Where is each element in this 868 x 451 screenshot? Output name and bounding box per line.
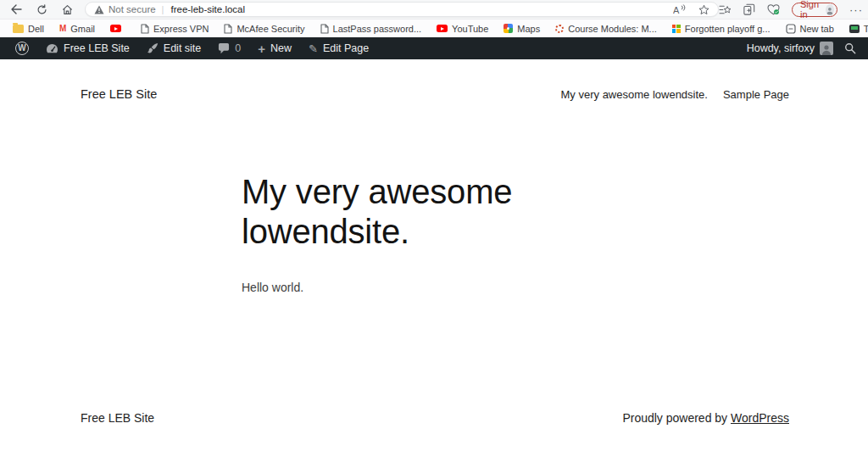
bookmark-course-modules[interactable]: Course Modules: M... <box>549 22 663 36</box>
gmail-icon: M <box>59 25 66 33</box>
howdy-text: Howdy, sirfoxy <box>747 42 815 54</box>
adminbar-edit-site[interactable]: Edit site <box>138 37 209 59</box>
adminbar-edit-page[interactable]: ✎ Edit Page <box>300 37 377 59</box>
page-icon <box>141 24 149 34</box>
comment-bubble-icon <box>218 43 230 54</box>
bookmark-dell[interactable]: Dell <box>7 22 50 36</box>
site-page: Free LEB Site My very awesome lowendsite… <box>0 59 868 451</box>
address-divider: | <box>162 4 164 14</box>
profile-avatar-icon <box>826 4 834 15</box>
browser-nav-buttons <box>10 4 73 15</box>
nav-item-sample-page[interactable]: Sample Page <box>723 88 789 101</box>
svg-text:A: A <box>673 5 680 14</box>
adminbar-new[interactable]: + New <box>249 37 300 59</box>
collections-icon[interactable] <box>743 3 755 15</box>
new-tab-icon <box>786 24 796 34</box>
bookmark-youtube-iconly[interactable] <box>104 23 131 34</box>
nav-item-lowendsite[interactable]: My very awesome lowendsite. <box>561 88 708 101</box>
favorite-star-icon[interactable] <box>698 4 709 15</box>
microsoft-icon <box>672 25 681 33</box>
post-title: My very awesome lowendsite. <box>242 172 538 252</box>
bookmarks-bar: Dell M Gmail Express VPN McAfee Security… <box>0 19 868 37</box>
comments-count: 0 <box>235 42 241 54</box>
back-icon[interactable] <box>10 4 22 14</box>
search-icon <box>844 42 856 54</box>
plus-icon: + <box>258 42 265 55</box>
bookmark-gmail[interactable]: M Gmail <box>53 22 101 36</box>
user-avatar-icon <box>820 42 833 55</box>
bookmark-downfall[interactable]: The Downfall of the... <box>843 22 868 36</box>
page-icon <box>320 24 329 34</box>
footer-site-title[interactable]: Free LEB Site <box>81 411 154 425</box>
adminbar-comments[interactable]: 0 <box>209 37 249 59</box>
browser-essentials-icon[interactable] <box>767 4 780 15</box>
home-icon[interactable] <box>62 4 73 15</box>
folder-icon <box>13 25 24 33</box>
settings-more-icon[interactable]: ··· <box>849 3 863 16</box>
bookmark-mcafee[interactable]: McAfee Security <box>218 22 310 36</box>
monitor-icon <box>849 25 860 33</box>
wordpress-link[interactable]: WordPress <box>731 411 789 425</box>
browser-toolbar: Not secure | free-leb-site.local A Sign … <box>0 0 868 19</box>
sign-in-button[interactable]: Sign in <box>792 3 837 17</box>
bookmark-maps[interactable]: Maps <box>498 22 546 36</box>
address-bar[interactable]: Not secure | free-leb-site.local A <box>85 2 719 17</box>
canvas-icon <box>555 25 564 33</box>
sign-in-label: Sign in <box>800 0 821 19</box>
adminbar-search[interactable] <box>843 37 858 59</box>
bookmark-forgotten-playoff[interactable]: Forgotten playoff g... <box>666 22 776 36</box>
read-aloud-icon[interactable]: A <box>673 4 686 14</box>
footer-credit: Proudly powered by WordPress <box>622 411 789 425</box>
site-title[interactable]: Free LEB Site <box>81 87 157 101</box>
bookmark-youtube[interactable]: YouTube <box>431 22 494 36</box>
wordpress-logo-icon: W <box>15 42 29 55</box>
site-footer: Free LEB Site Proudly powered by WordPre… <box>81 411 789 425</box>
refresh-icon[interactable] <box>36 4 47 15</box>
security-label[interactable]: Not secure <box>108 4 156 14</box>
youtube-icon <box>437 25 448 32</box>
bookmark-express-vpn[interactable]: Express VPN <box>135 22 214 36</box>
adminbar-account[interactable]: Howdy, sirfoxy <box>738 37 835 59</box>
post-excerpt: Hello world. <box>242 281 303 294</box>
maps-icon <box>504 24 513 33</box>
site-nav: My very awesome lowendsite. Sample Page <box>561 88 789 101</box>
page-icon <box>224 24 232 34</box>
bookmark-new-tab[interactable]: New tab <box>780 22 840 36</box>
warning-icon[interactable] <box>94 5 104 14</box>
adminbar-site-name[interactable]: Free LEB Site <box>37 37 138 59</box>
url-text[interactable]: free-leb-site.local <box>170 4 245 14</box>
pencil-icon: ✎ <box>309 43 318 54</box>
paintbrush-icon <box>147 42 159 54</box>
favorites-hub-icon[interactable] <box>719 4 732 15</box>
site-header: Free LEB Site My very awesome lowendsite… <box>81 87 789 101</box>
wp-logo-menu[interactable]: W <box>7 37 37 59</box>
bookmark-lastpass[interactable]: LastPass password... <box>314 22 428 36</box>
dashboard-gauge-icon <box>46 43 58 54</box>
wp-admin-bar: W Free LEB Site Edit site 0 + New ✎ Edit… <box>0 37 868 59</box>
youtube-icon <box>110 25 121 32</box>
